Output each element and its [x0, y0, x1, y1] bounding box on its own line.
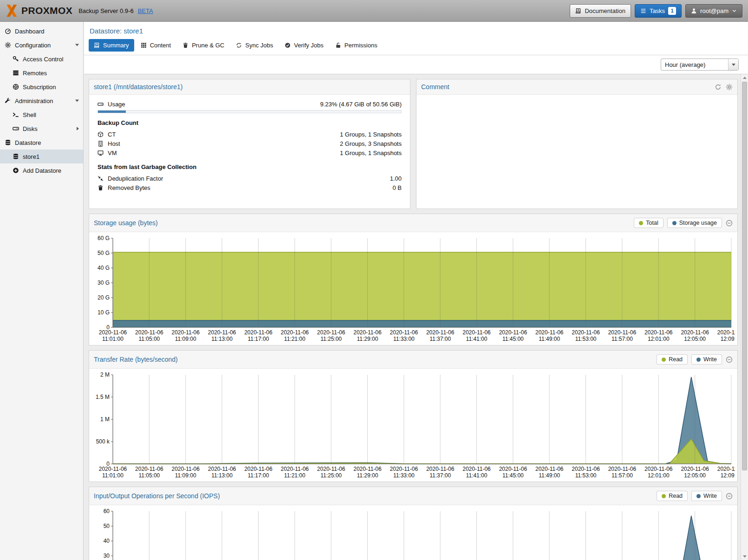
legend-dot — [696, 494, 701, 498]
svg-text:2020-11-0612:01:00: 2020-11-0612:01:00 — [644, 329, 673, 342]
beta-link[interactable]: BETA — [138, 7, 153, 14]
collapse-icon[interactable] — [726, 220, 733, 227]
tasks-count-badge: 1 — [668, 7, 676, 15]
header-actions: Documentation Tasks 1 root@pam — [570, 4, 742, 18]
time-range-select[interactable]: Hour (average) — [661, 59, 739, 71]
legend-label: Storage usage — [679, 220, 717, 226]
sidebar-item-subscription[interactable]: Subscription — [0, 80, 83, 94]
sidebar-item-dashboard[interactable]: Dashboard — [0, 24, 83, 38]
svg-text:2020-11-0611:25:00: 2020-11-0611:25:00 — [317, 466, 345, 479]
tab-summary[interactable]: Summary — [89, 39, 134, 52]
page-head: Datastore: store1 Summary Content Prune … — [84, 22, 748, 74]
svg-text:2020-11-0611:37:00: 2020-11-0611:37:00 — [426, 329, 455, 342]
scrollbar-thumb[interactable] — [742, 82, 747, 470]
svg-text:2020-11-0611:57:00: 2020-11-0611:57:00 — [608, 329, 637, 342]
svg-text:2020-11-0611:13:00: 2020-11-0611:13:00 — [208, 329, 236, 342]
tasks-icon — [640, 8, 646, 14]
chart-legend: Read Write — [657, 354, 733, 365]
tab-permissions[interactable]: Permissions — [330, 39, 383, 52]
legend-storage-usage[interactable]: Storage usage — [667, 218, 722, 228]
panel-title: store1 (/mnt/datastores/store1) — [94, 83, 182, 91]
tasks-button[interactable]: Tasks 1 — [635, 4, 682, 18]
legend-label: Read — [669, 493, 683, 499]
legend-dot — [672, 221, 676, 225]
svg-text:2020-11-0611:25:00: 2020-11-0611:25:00 — [317, 329, 345, 342]
legend-read[interactable]: Read — [657, 491, 688, 501]
scroll-up-arrow[interactable] — [741, 74, 748, 81]
comment-body[interactable] — [416, 95, 737, 208]
book-icon — [94, 42, 100, 48]
expand-caret[interactable] — [77, 127, 79, 130]
iops-chart: 01020304050602020-11-0611:01:002020-11-0… — [91, 507, 735, 560]
legend-label: Read — [669, 356, 683, 363]
svg-text:2020-11-0612:09:00: 2020-11-0612:09:00 — [717, 466, 735, 479]
legend-dot — [662, 494, 666, 498]
trash-icon — [98, 185, 104, 191]
sidebar-item-label: Shell — [23, 111, 36, 118]
legend-read[interactable]: Read — [657, 354, 688, 365]
svg-text:2020-11-0611:33:00: 2020-11-0611:33:00 — [390, 466, 418, 479]
sidebar-item-access-control[interactable]: Access Control — [0, 52, 83, 66]
svg-text:2020-11-0611:01:00: 2020-11-0611:01:00 — [99, 466, 127, 479]
sidebar-item-add-datastore[interactable]: Add Datastore — [0, 163, 83, 177]
tab-content[interactable]: Content — [136, 39, 176, 52]
chart-legend: Read Write — [657, 491, 733, 501]
legend-write[interactable]: Write — [691, 491, 722, 501]
dedup-factor-row: Deduplication Factor 1.00 — [98, 174, 402, 183]
svg-text:2020-11-0611:01:00: 2020-11-0611:01:00 — [99, 329, 127, 342]
tab-prune-gc[interactable]: Prune & GC — [177, 39, 229, 52]
sidebar-item-label: Add Datastore — [23, 167, 61, 174]
expand-caret[interactable] — [75, 44, 79, 46]
dedup-label: Deduplication Factor — [108, 175, 163, 182]
ct-label: CT — [108, 131, 116, 138]
panel-header: Transfer Rate (bytes/second) Read Write — [89, 351, 737, 369]
datastore-usage-panel: store1 (/mnt/datastores/store1) Usage 9.… — [89, 79, 410, 209]
legend-dot — [662, 358, 666, 362]
transfer-rate-chart: 0500 k1 M1.5 M2 M2020-11-0611:01:002020-… — [91, 370, 735, 482]
cube-icon — [98, 131, 104, 137]
user-icon — [691, 8, 697, 14]
removed-value: 0 B — [392, 184, 402, 191]
svg-text:2020-11-0611:05:00: 2020-11-0611:05:00 — [135, 466, 163, 479]
gear-icon[interactable] — [726, 84, 733, 91]
building-icon — [98, 141, 104, 147]
sidebar-item-store1[interactable]: store1 — [0, 150, 83, 163]
vm-count-row: VM 1 Groups, 1 Snapshots — [98, 148, 402, 157]
sidebar-item-configuration[interactable]: Configuration — [0, 38, 83, 52]
svg-text:2020-11-0611:05:00: 2020-11-0611:05:00 — [135, 329, 163, 342]
user-menu-button[interactable]: root@pam — [685, 4, 742, 18]
svg-text:2020-11-0611:21:00: 2020-11-0611:21:00 — [281, 329, 309, 342]
svg-text:1 M: 1 M — [100, 416, 110, 423]
tab-verify-jobs[interactable]: Verify Jobs — [280, 39, 329, 52]
reload-icon[interactable] — [715, 84, 722, 91]
svg-text:2020-11-0612:01:00: 2020-11-0612:01:00 — [644, 466, 673, 479]
hdd-icon — [98, 101, 104, 107]
svg-text:2 M: 2 M — [100, 371, 110, 378]
app-window: PROXMOX Backup Server 0.9-6 BETA Documen… — [0, 0, 748, 560]
vertical-scrollbar[interactable] — [741, 74, 748, 560]
scroll-down-arrow[interactable] — [741, 553, 748, 560]
removed-label: Removed Bytes — [108, 184, 150, 191]
sidebar-item-shell[interactable]: Shell — [0, 108, 83, 122]
wrench-icon — [5, 98, 11, 104]
legend-write[interactable]: Write — [691, 354, 722, 365]
sync-icon — [236, 42, 242, 48]
sidebar-item-label: Dashboard — [15, 28, 45, 35]
sidebar-item-administration[interactable]: Administration — [0, 94, 83, 108]
combo-trigger[interactable] — [728, 59, 738, 70]
svg-text:40 G: 40 G — [98, 265, 110, 271]
collapse-icon[interactable] — [726, 493, 733, 500]
tab-sync-jobs[interactable]: Sync Jobs — [231, 39, 278, 52]
documentation-button[interactable]: Documentation — [570, 4, 631, 18]
svg-text:2020-11-0611:29:00: 2020-11-0611:29:00 — [353, 329, 382, 342]
svg-text:2020-11-0611:53:00: 2020-11-0611:53:00 — [572, 329, 600, 342]
legend-total[interactable]: Total — [634, 218, 663, 228]
svg-text:2020-11-0611:37:00: 2020-11-0611:37:00 — [426, 466, 455, 479]
expand-caret[interactable] — [75, 100, 79, 102]
sidebar-item-disks[interactable]: Disks — [0, 122, 83, 136]
sidebar-item-datastore[interactable]: Datastore — [0, 136, 83, 150]
sidebar-item-remotes[interactable]: Remotes — [0, 66, 83, 80]
dedup-value: 1.00 — [390, 175, 402, 182]
collapse-icon[interactable] — [726, 356, 733, 363]
sidebar-item-label: Disks — [23, 125, 38, 132]
